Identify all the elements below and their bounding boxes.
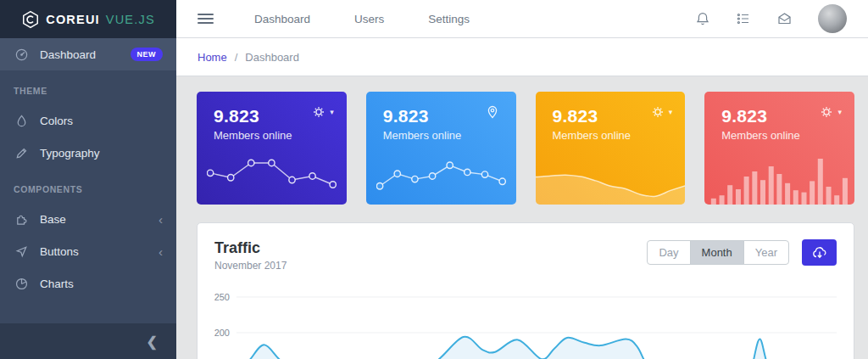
card-settings-dropdown[interactable]: ▾	[650, 104, 673, 120]
traffic-title: Traffic	[214, 239, 287, 257]
mail-icon[interactable]	[776, 11, 793, 26]
traffic-header: Traffic November 2017 Day Month Year	[214, 239, 837, 272]
sidebar-item-buttons[interactable]: Buttons ‹	[0, 235, 176, 267]
sidebar-section-components: COMPONENTS	[0, 169, 176, 203]
stat-label: Members online	[721, 129, 837, 142]
range-button-day[interactable]: Day	[647, 240, 690, 265]
caret-down-icon: ▾	[837, 109, 842, 116]
brand-name: COREUI	[46, 13, 100, 26]
drop-icon	[14, 113, 29, 128]
card-settings-dropdown[interactable]: ▾	[311, 104, 334, 120]
chevron-left-icon: ❮	[147, 334, 158, 350]
tasks-icon[interactable]	[736, 11, 751, 26]
traffic-subtitle: November 2017	[214, 260, 287, 272]
svg-text:250: 250	[214, 292, 230, 302]
sparkline-bar-chart	[709, 150, 849, 205]
range-button-month[interactable]: Month	[690, 240, 744, 265]
gear-icon	[311, 104, 326, 120]
gear-icon	[819, 104, 834, 120]
puzzle-icon	[14, 211, 29, 227]
sidebar-item-colors[interactable]: Colors	[0, 104, 176, 137]
breadcrumb-separator: /	[235, 51, 238, 64]
range-button-group: Day Month Year	[647, 240, 789, 265]
range-button-year[interactable]: Year	[743, 240, 789, 265]
main-column: Dashboard Users Settings	[176, 0, 868, 359]
stat-card-primary: 9.823 Members online ▾	[197, 92, 347, 205]
nav-dashboard[interactable]: Dashboard	[254, 13, 310, 25]
caret-down-icon: ▾	[330, 109, 334, 116]
sidebar-section-theme: THEME	[0, 70, 176, 104]
top-nav: Dashboard Users Settings	[254, 13, 470, 25]
sidebar-item-typography[interactable]: Typography	[0, 137, 176, 169]
chevron-left-icon: ‹	[159, 213, 163, 226]
user-avatar[interactable]	[818, 4, 847, 33]
stat-label: Members online	[383, 129, 499, 142]
gear-icon	[650, 104, 665, 120]
header-actions	[695, 4, 847, 33]
sidebar-item-label: Base	[40, 213, 66, 226]
sparkline-chart	[376, 145, 506, 198]
page-content: 9.823 Members online ▾ 9.823 Members onl…	[176, 76, 868, 359]
sidebar-item-label: Typography	[40, 147, 100, 160]
sidebar-item-label: Colors	[40, 115, 73, 127]
caret-down-icon: ▾	[669, 109, 673, 116]
bell-icon[interactable]	[695, 11, 710, 26]
sparkline-chart	[207, 145, 337, 198]
sidebar-item-label: Buttons	[40, 245, 79, 258]
top-header: Dashboard Users Settings	[176, 0, 868, 38]
coreui-logo-icon	[21, 10, 40, 29]
sidebar-item-label: Charts	[40, 278, 74, 290]
breadcrumb-current: Dashboard	[245, 51, 299, 64]
location-pin-icon	[485, 104, 500, 120]
traffic-card: Traffic November 2017 Day Month Year	[197, 222, 854, 359]
nav-users[interactable]: Users	[354, 13, 384, 25]
sidebar-minimizer[interactable]: ❮	[0, 323, 176, 359]
breadcrumb-home-link[interactable]: Home	[198, 51, 227, 64]
brand-suffix: VUE.JS	[106, 13, 155, 26]
app-root: COREUI VUE.JS Dashboard NEW THEME Colors	[0, 0, 868, 359]
stat-value: 9.823	[383, 106, 499, 126]
chevron-left-icon: ‹	[159, 245, 163, 258]
cursor-icon	[14, 244, 29, 259]
card-settings-dropdown[interactable]: ▾	[819, 104, 842, 120]
speedometer-icon	[14, 47, 29, 62]
stat-card-warning: 9.823 Members online ▾	[536, 92, 686, 205]
sidebar-item-base[interactable]: Base ‹	[0, 203, 176, 235]
sidebar-item-label: Dashboard	[40, 48, 96, 61]
stat-cards-row: 9.823 Members online ▾ 9.823 Members onl…	[197, 92, 854, 205]
stat-label: Members online	[214, 129, 330, 142]
traffic-controls: Day Month Year	[647, 239, 837, 266]
brand[interactable]: COREUI VUE.JS	[0, 0, 176, 38]
pencil-icon	[14, 145, 29, 160]
breadcrumb: Home / Dashboard	[176, 38, 868, 76]
download-button[interactable]	[802, 239, 837, 266]
stat-card-danger: 9.823 Members online ▾	[704, 92, 854, 205]
sparkline-area-chart	[536, 152, 686, 205]
traffic-chart: 250200	[214, 284, 837, 359]
sidebar-item-dashboard[interactable]: Dashboard NEW	[0, 38, 176, 70]
menu-toggle-icon[interactable]	[198, 14, 214, 24]
pie-chart-icon	[14, 276, 29, 291]
sidebar-item-charts[interactable]: Charts	[0, 267, 176, 300]
stat-card-info: 9.823 Members online	[366, 92, 516, 205]
svg-text:200: 200	[214, 328, 230, 338]
card-location-button[interactable]	[485, 104, 504, 120]
new-badge: NEW	[131, 48, 164, 61]
nav-settings[interactable]: Settings	[428, 13, 470, 25]
sidebar: COREUI VUE.JS Dashboard NEW THEME Colors	[0, 0, 176, 359]
stat-label: Members online	[553, 129, 669, 142]
cloud-download-icon	[811, 245, 828, 261]
